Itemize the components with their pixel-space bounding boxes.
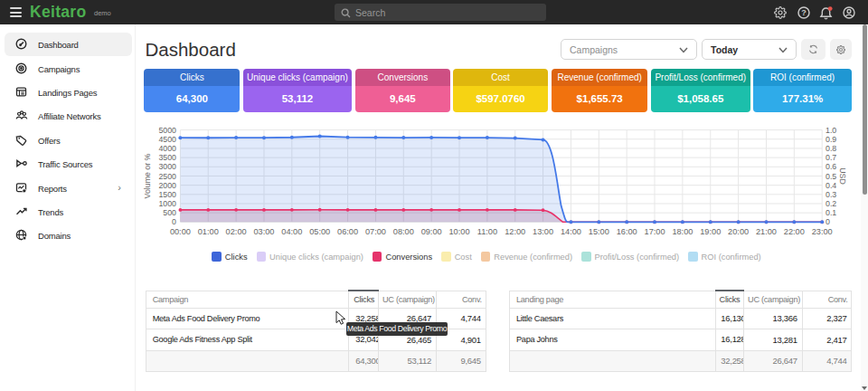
svg-text:0.3: 0.3: [826, 190, 836, 199]
svg-text:02:00: 02:00: [226, 227, 247, 236]
svg-text:4500: 4500: [158, 135, 176, 144]
svg-text:10:00: 10:00: [449, 227, 470, 236]
svg-text:0.4: 0.4: [826, 181, 836, 190]
svg-text:1500: 1500: [158, 190, 176, 199]
svg-text:3000: 3000: [158, 162, 176, 171]
svg-text:1000: 1000: [158, 199, 176, 208]
svg-text:20:00: 20:00: [728, 227, 749, 236]
svg-text:Volume or %: Volume or %: [143, 153, 152, 198]
svg-text:3500: 3500: [158, 153, 176, 162]
svg-text:18:00: 18:00: [672, 227, 693, 236]
svg-text:2500: 2500: [158, 172, 176, 181]
svg-text:0.9: 0.9: [826, 135, 836, 144]
svg-text:22:00: 22:00: [784, 227, 805, 236]
svg-text:23:00: 23:00: [812, 227, 833, 236]
svg-text:5000: 5000: [158, 126, 176, 135]
svg-text:13:00: 13:00: [533, 227, 553, 236]
svg-text:07:00: 07:00: [365, 227, 386, 236]
svg-text:01:00: 01:00: [198, 227, 219, 236]
svg-text:500: 500: [163, 208, 176, 217]
svg-text:0.7: 0.7: [826, 153, 836, 162]
svg-text:14:00: 14:00: [561, 227, 581, 236]
svg-text:08:00: 08:00: [393, 227, 414, 236]
svg-text:09:00: 09:00: [421, 227, 442, 236]
svg-text:0: 0: [172, 217, 176, 226]
svg-text:17:00: 17:00: [645, 227, 665, 236]
svg-text:0.2: 0.2: [826, 199, 836, 208]
svg-text:03:00: 03:00: [253, 227, 274, 236]
svg-text:?: ?: [801, 8, 807, 17]
svg-text:1.0: 1.0: [826, 126, 836, 135]
svg-text:12:00: 12:00: [505, 227, 525, 236]
svg-text:4000: 4000: [158, 144, 176, 153]
svg-text:05:00: 05:00: [309, 227, 330, 236]
svg-text:0.1: 0.1: [826, 208, 836, 217]
svg-text:0.5: 0.5: [826, 172, 836, 181]
svg-text:19:00: 19:00: [700, 227, 721, 236]
svg-text:0.6: 0.6: [826, 162, 836, 171]
svg-text:11:00: 11:00: [477, 227, 497, 236]
svg-text:16:00: 16:00: [617, 227, 637, 236]
svg-text:0: 0: [826, 217, 830, 226]
svg-text:USD: USD: [838, 167, 847, 185]
svg-text:0.8: 0.8: [826, 144, 836, 153]
svg-text:06:00: 06:00: [337, 227, 358, 236]
svg-text:21:00: 21:00: [756, 227, 777, 236]
svg-text:04:00: 04:00: [281, 227, 302, 236]
svg-text:00:00: 00:00: [170, 227, 191, 236]
svg-text:15:00: 15:00: [589, 227, 609, 236]
svg-text:2000: 2000: [158, 181, 176, 190]
